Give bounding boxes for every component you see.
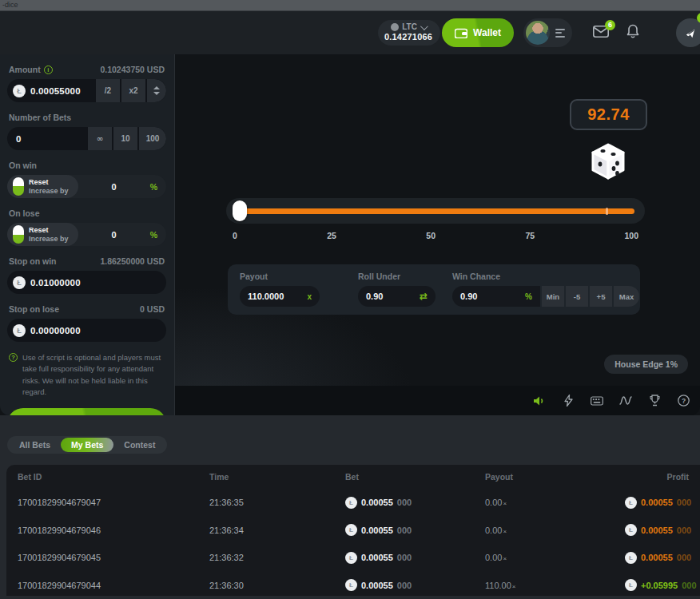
- currency-selector[interactable]: LTC 0.14271066: [378, 20, 440, 45]
- live-stats-button[interactable]: [619, 395, 632, 407]
- wallet-button[interactable]: Wallet: [442, 18, 514, 47]
- bet-payout-cell: 0.00×: [485, 553, 625, 562]
- leaderboard-button[interactable]: [648, 395, 661, 407]
- table-row[interactable]: 1700182990467904421:36:30Ł0.00055000110.…: [6, 572, 700, 597]
- bet-id-cell: 17001829904679044: [18, 581, 209, 590]
- ltc-coin-icon: Ł: [625, 552, 637, 564]
- currency-balance: 0.14271066: [384, 32, 432, 42]
- ltc-coin-icon: Ł: [13, 85, 26, 97]
- win-chance-value: 0.90: [460, 292, 477, 301]
- col-profit: Profit: [625, 472, 689, 482]
- infinite-bets-button[interactable]: ∞: [88, 127, 112, 150]
- tick-label: 75: [525, 231, 535, 240]
- slider-handle[interactable]: [233, 200, 247, 221]
- payout-input[interactable]: 110.0000 x: [240, 286, 320, 307]
- bet-profit-cell: Ł0.00055000: [625, 497, 691, 509]
- wallet-label: Wallet: [473, 27, 501, 38]
- amount-input[interactable]: Ł 0.00055000 /2 x2: [7, 79, 166, 102]
- roll-under-slider[interactable]: [226, 198, 645, 224]
- bets-preset-100-button[interactable]: 100: [139, 127, 166, 150]
- on-win-unit: %: [150, 182, 157, 192]
- bet-profit-cell: Ł0.00055000: [625, 524, 691, 536]
- on-win-value[interactable]: 0: [78, 182, 150, 192]
- question-icon: ?: [678, 395, 690, 407]
- win-chance-input[interactable]: 0.90 %: [452, 286, 540, 307]
- num-bets-value: 0: [16, 134, 22, 144]
- increase-by-option: Increase by: [29, 187, 69, 195]
- reset-option: Reset: [29, 226, 69, 234]
- bet-profit-cell: Ł+0.05995000: [625, 579, 697, 591]
- swap-icon[interactable]: ⇄: [408, 291, 428, 302]
- svg-text:?: ?: [681, 397, 685, 405]
- chance-min-button[interactable]: Min: [542, 286, 564, 307]
- help-button[interactable]: ?: [677, 395, 690, 407]
- keyboard-icon: [591, 396, 603, 406]
- bet-id-cell: 17001829904679047: [18, 498, 209, 507]
- col-bet-id: Bet ID: [18, 472, 209, 482]
- chance-plus5-button[interactable]: +5: [590, 286, 612, 307]
- currency-code: LTC: [402, 22, 417, 32]
- bet-amount-cell: Ł0.00055000: [345, 497, 485, 509]
- stop-on-lose-label: Stop on lose: [9, 304, 59, 314]
- half-amount-button[interactable]: /2: [96, 79, 120, 102]
- lightning-icon: [564, 395, 573, 407]
- win-chance-unit: %: [514, 292, 532, 301]
- disclaimer-text: Use of script is optional and players mu…: [22, 352, 165, 398]
- hotkeys-button[interactable]: [591, 395, 603, 407]
- tab-all-bets[interactable]: All Bets: [9, 438, 61, 452]
- bets-tabs: All Bets My Bets Contest: [7, 436, 167, 454]
- profile-menu[interactable]: [523, 18, 572, 47]
- step-up-icon: [153, 86, 160, 89]
- tab-contest[interactable]: Contest: [113, 438, 165, 452]
- avatar: [526, 21, 550, 45]
- slider-track[interactable]: [240, 208, 634, 214]
- bets-table-header: Bet ID Time Bet Payout Profit: [6, 465, 700, 489]
- num-bets-input[interactable]: 0 ∞ 10 100: [7, 127, 166, 150]
- bet-time-cell: 21:36:32: [209, 553, 345, 562]
- chat-button[interactable]: 99: [676, 18, 700, 47]
- chance-max-button[interactable]: Max: [614, 286, 639, 307]
- on-lose-value[interactable]: 0: [78, 230, 150, 240]
- mail-button[interactable]: 6: [593, 26, 609, 41]
- game-toolbar: ?: [175, 386, 700, 415]
- tab-my-bets[interactable]: My Bets: [61, 438, 113, 452]
- bet-id-cell: 17001829904679045: [18, 553, 209, 562]
- on-lose-label: On lose: [9, 208, 40, 218]
- house-edge-badge: House Edge 1%: [604, 355, 688, 374]
- bets-table: Bet ID Time Bet Payout Profit 1700182990…: [6, 465, 700, 596]
- ltc-coin-icon: Ł: [345, 579, 357, 591]
- roll-under-input[interactable]: 0.90 ⇄: [358, 286, 436, 307]
- window-titlebar: -dice: [0, 0, 700, 11]
- num-bets-label: Number of Bets: [9, 113, 71, 122]
- ltc-coin-icon: Ł: [345, 497, 357, 509]
- ltc-coin-icon: Ł: [13, 276, 26, 289]
- start-auto-bet-button[interactable]: Start Auto Bet: [7, 408, 166, 415]
- notifications-button[interactable]: [626, 24, 639, 42]
- on-lose-mode-toggle[interactable]: Reset Increase by: [7, 223, 78, 246]
- ltc-coin-icon: Ł: [345, 524, 357, 536]
- mail-badge: 6: [605, 20, 615, 30]
- bet-parameters-panel: Payout 110.0000 x Roll Under 0.90 ⇄ Win …: [228, 264, 640, 315]
- payout-label: Payout: [240, 272, 320, 281]
- info-icon[interactable]: i: [44, 65, 53, 74]
- tick-label: 100: [624, 231, 638, 240]
- waveform-icon: [619, 395, 632, 406]
- sound-button[interactable]: [533, 395, 546, 407]
- amount-stepper[interactable]: [147, 79, 166, 102]
- table-row[interactable]: 1700182990467904521:36:32Ł0.000550000.00…: [6, 544, 700, 572]
- bets-preset-10-button[interactable]: 10: [113, 127, 137, 150]
- amount-usd: 0.10243750 USD: [100, 65, 165, 74]
- turbo-button[interactable]: [562, 395, 575, 407]
- table-row[interactable]: 1700182990467904621:36:34Ł0.000550000.00…: [6, 517, 700, 545]
- help-icon: ?: [9, 353, 18, 362]
- roll-under-value: 0.90: [366, 292, 383, 301]
- double-amount-button[interactable]: x2: [121, 79, 145, 102]
- on-win-mode-toggle[interactable]: Reset Increase by: [7, 175, 78, 198]
- chance-minus5-button[interactable]: -5: [566, 286, 588, 307]
- roll-under-label: Roll Under: [358, 272, 436, 281]
- table-row[interactable]: 1700182990467904721:36:35Ł0.000550000.00…: [6, 489, 700, 517]
- chevron-down-icon: [420, 22, 428, 30]
- stop-on-lose-input[interactable]: Ł 0.00000000: [7, 319, 166, 342]
- stop-on-win-input[interactable]: Ł 0.01000000: [7, 271, 166, 294]
- last-roll-marker: [606, 208, 608, 215]
